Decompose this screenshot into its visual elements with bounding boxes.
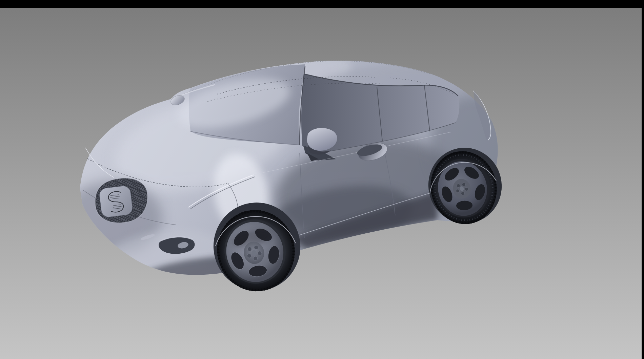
- front-grille: [95, 178, 147, 223]
- cad-application-window: [0, 0, 644, 359]
- letterbox-top-bar: [0, 0, 644, 8]
- letterbox-right-bar: [642, 0, 644, 359]
- render-canvas[interactable]: [0, 0, 644, 359]
